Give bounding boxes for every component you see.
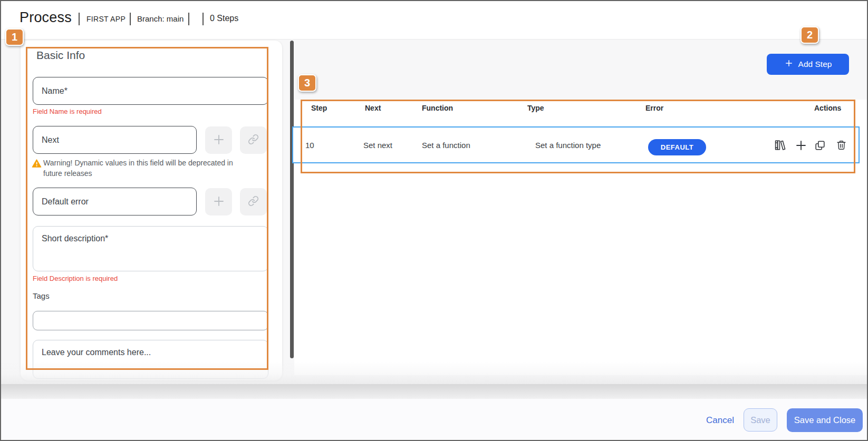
next-link-button[interactable]	[240, 126, 267, 154]
tags-label: Tags	[33, 291, 50, 300]
column-header-step: Step	[311, 104, 327, 112]
header-separator	[79, 13, 80, 25]
name-input[interactable]	[33, 77, 268, 105]
error-default-badge: DEFAULT	[648, 139, 706, 155]
scroll-shadow-band	[1, 384, 867, 399]
add-step-label: Add Step	[798, 60, 832, 69]
link-icon	[248, 195, 259, 208]
header-separator	[130, 13, 131, 25]
default-error-add-value-button[interactable]	[205, 188, 232, 215]
action-copy-button[interactable]	[813, 139, 827, 153]
next-add-value-button[interactable]	[205, 126, 232, 154]
modal-header: Process FIRST APP Branch: main 0 Steps	[1, 1, 867, 40]
callout-badge-1: 1	[5, 28, 24, 46]
header-separator	[202, 13, 204, 25]
modal-footer	[1, 399, 867, 441]
warning-text: Warning! Dynamic values in this field wi…	[43, 158, 250, 179]
comments-textarea[interactable]	[33, 340, 268, 379]
name-error-text: Field Name is required	[33, 107, 102, 115]
action-add-button[interactable]	[794, 139, 808, 153]
plus-icon	[213, 195, 225, 209]
column-header-actions: Actions	[814, 104, 841, 112]
plus-icon	[213, 133, 225, 148]
warning-triangle-icon	[32, 159, 42, 170]
trash-icon	[836, 140, 847, 152]
process-modal: Process FIRST APP Branch: main 0 Steps B…	[0, 0, 868, 441]
action-library-button[interactable]	[773, 139, 787, 153]
link-icon	[248, 134, 259, 146]
short-description-textarea[interactable]	[33, 226, 268, 271]
add-step-button[interactable]: Add Step	[767, 54, 849, 75]
page-title: Process	[20, 9, 72, 26]
plus-icon	[795, 139, 807, 153]
library-icon	[774, 139, 786, 153]
tags-input[interactable]	[33, 311, 268, 330]
column-header-type: Type	[527, 104, 544, 112]
save-and-close-button[interactable]: Save and Close	[787, 408, 863, 432]
basic-info-title: Basic Info	[36, 49, 85, 62]
branch-label: Branch: main	[137, 14, 184, 23]
column-header-next: Next	[365, 104, 381, 112]
cell-next: Set next	[363, 141, 392, 150]
cell-step: 10	[305, 141, 314, 150]
cell-type: Set a function type	[535, 141, 601, 150]
action-delete-button[interactable]	[834, 139, 848, 153]
column-header-error: Error	[645, 104, 663, 112]
plus-icon	[784, 58, 794, 70]
next-input[interactable]	[33, 126, 197, 154]
cell-function: Set a function	[422, 141, 470, 150]
steps-count-label: 0 Steps	[210, 14, 238, 23]
header-separator	[188, 13, 189, 25]
default-error-link-button[interactable]	[240, 188, 267, 215]
callout-badge-3: 3	[298, 74, 316, 92]
description-error-text: Field Description is required	[33, 275, 118, 282]
callout-badge-2: 2	[801, 26, 819, 44]
column-header-function: Function	[422, 104, 453, 112]
save-button[interactable]: Save	[744, 408, 777, 432]
panel-resize-divider[interactable]	[290, 41, 294, 358]
app-name-label: FIRST APP	[86, 15, 126, 23]
copy-icon	[814, 140, 826, 153]
default-error-input[interactable]	[33, 188, 197, 215]
cancel-button[interactable]: Cancel	[706, 415, 734, 426]
